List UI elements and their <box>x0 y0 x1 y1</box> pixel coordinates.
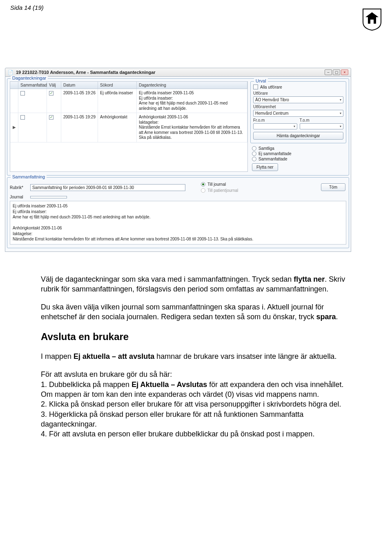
minimize-button[interactable]: – <box>325 69 332 75</box>
cell-sokord: Anhörigkontakt <box>98 113 137 142</box>
tom-button[interactable]: Töm <box>321 183 345 191</box>
row-marker-icon: ▶ <box>10 113 18 142</box>
window-titlebar: 📄 19 221022-T010 Andersson, Arne - Samma… <box>5 68 351 77</box>
from-label: Fr.o.m <box>253 118 297 122</box>
cell-text: Anhörigkontakt 2009-11-06 Iaktagelse: Nä… <box>137 113 247 142</box>
chevron-down-icon: ▾ <box>294 125 295 128</box>
filter-samtliga[interactable]: Samtliga <box>252 146 345 151</box>
cell-sokord: Ej utförda insatser <box>98 89 137 113</box>
col-marker <box>10 82 18 89</box>
row-marker <box>10 89 18 113</box>
cell-sammanfattad[interactable] <box>18 113 47 142</box>
rubrik-label: Rubrik* <box>10 185 27 190</box>
window-icon: 📄 <box>8 70 13 75</box>
maximize-button[interactable]: ▢ <box>333 69 340 75</box>
urval-group: Urval Alla utförare Utförare ÄO Hemvård … <box>250 81 346 143</box>
cell-datum: 2009-11-05 19:29 <box>61 113 98 142</box>
table-row[interactable]: 2009-11-05 19:26 Ej utförda insatser Ej … <box>10 89 247 113</box>
summary-textarea[interactable]: Ej utförda insatser 2009-11-05 Ej utförd… <box>10 201 346 245</box>
journal-input[interactable] <box>30 196 67 198</box>
page-number: Sida 14 (19) <box>10 4 44 11</box>
section-heading: Avsluta en brukare <box>41 330 351 343</box>
chevron-down-icon: ▾ <box>340 111 341 115</box>
utforarenhet-select[interactable]: Hemvård Centrum ▾ <box>253 110 343 117</box>
application-window: 📄 19 221022-T010 Andersson, Arne - Samma… <box>5 68 351 252</box>
sammanfattning-group: Sammanfattning Rubrik* Sammanfattning fö… <box>7 177 349 248</box>
utforare-select[interactable]: ÄO Hemvård Tibro ▾ <box>253 96 343 103</box>
filter-ej-sammanfattade[interactable]: Ej sammanfattade <box>252 151 345 156</box>
close-button[interactable]: × <box>341 69 348 75</box>
paragraph: Välj de daganteckningar som ska vara med… <box>41 274 351 294</box>
municipality-logo-icon <box>362 8 382 31</box>
cell-valj[interactable] <box>47 113 61 142</box>
table-row[interactable]: ▶ 2009-11-05 19:29 Anhörigkontakt Anhöri… <box>10 113 247 142</box>
col-daganteckning[interactable]: Daganteckning <box>137 82 247 89</box>
paragraph: I mappen Ej aktuella – att avsluta hamna… <box>41 351 351 361</box>
utforarenhet-label: Utförarenhet <box>253 105 343 109</box>
flytta-ner-button[interactable]: Flytta ner <box>252 163 278 171</box>
daganteckningar-group: Daganteckningar Sammanfattad Välj Datum … <box>7 78 349 176</box>
chevron-down-icon: ▾ <box>340 125 341 128</box>
chevron-down-icon: ▾ <box>340 98 341 102</box>
group-title: Daganteckningar <box>11 76 48 80</box>
journal-label: Journal <box>10 195 27 199</box>
col-sammanfattad[interactable]: Sammanfattad <box>18 82 47 89</box>
filter-sammanfattade[interactable]: Sammanfattade <box>252 156 345 162</box>
paragraph: Du ska även välja vilken journal som sam… <box>41 302 351 322</box>
paragraph: För att avsluta en brukare gör du så här… <box>41 369 351 439</box>
window-title: 19 221022-T010 Andersson, Arne - Sammanf… <box>16 70 156 75</box>
hamta-daganteckningar-button[interactable]: Hämta daganteckningar <box>253 132 343 140</box>
utforarenhet-value: Hemvård Centrum <box>255 111 289 116</box>
document-body: Välj de daganteckningar som ska vara med… <box>0 264 392 464</box>
cell-datum: 2009-11-05 19:26 <box>61 89 98 113</box>
alla-utforare-label: Alla utförare <box>260 85 282 89</box>
utforare-value: ÄO Hemvård Tibro <box>255 98 289 102</box>
cell-sammanfattad[interactable] <box>18 89 47 113</box>
group-title: Urval <box>254 78 268 83</box>
from-date-input[interactable]: ▾ <box>253 123 297 129</box>
cell-valj[interactable] <box>47 89 61 113</box>
utforare-label: Utförare <box>253 91 343 96</box>
alla-utforare-checkbox[interactable]: Alla utförare <box>253 84 343 90</box>
till-journal-radio[interactable]: Till journal <box>201 182 238 187</box>
col-valj[interactable]: Välj <box>47 82 61 89</box>
till-patientjournal-radio[interactable]: Till patientjournal <box>201 188 238 193</box>
rubrik-input[interactable]: Sammanfattning för perioden 2009-08-01 t… <box>30 184 185 191</box>
daganteckningar-table: Sammanfattad Välj Datum Sökord Daganteck… <box>10 81 248 172</box>
tom-date-input[interactable]: ▾ <box>300 123 344 129</box>
cell-text: Ej utförda insatser 2009-11-05 Ej utförd… <box>137 89 247 113</box>
group-title: Sammanfattning <box>11 174 47 179</box>
tom-label: T.o.m <box>300 118 344 122</box>
col-sokord[interactable]: Sökord <box>98 82 137 89</box>
col-datum[interactable]: Datum <box>61 82 98 89</box>
